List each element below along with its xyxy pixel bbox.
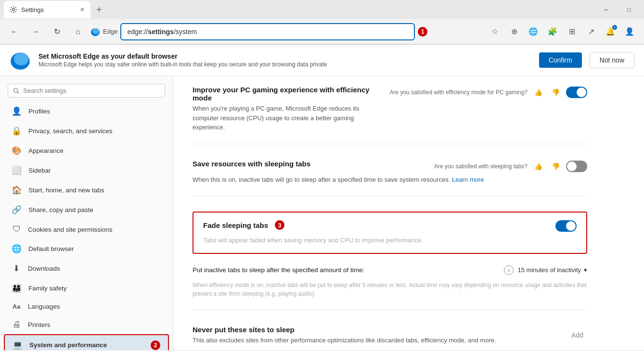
address-bar[interactable]: edge://settings/system <box>120 23 415 40</box>
sleeping-feedback-text: Are you satisfied with sleeping tabs? <box>434 163 528 170</box>
maximize-button[interactable]: □ <box>618 2 640 17</box>
fade-sleeping-desc: Tabs will appear faded when saving memor… <box>203 236 577 245</box>
default-browser-icon: 🌐 <box>12 244 22 254</box>
sidebar-search[interactable] <box>8 84 165 98</box>
info-icon[interactable]: i <box>504 265 514 275</box>
fade-sleeping-toggle[interactable] <box>555 220 577 232</box>
extensions-button[interactable]: 🧩 <box>544 23 561 40</box>
edge-label: Edge <box>103 28 117 35</box>
inactive-tabs-desc: When efficiency mode is on, inactive tab… <box>193 281 587 298</box>
never-sleep-desc: This also excludes sites from other perf… <box>193 336 496 345</box>
gaming-efficiency-left: Improve your PC gaming experience with e… <box>193 86 382 132</box>
browser-chrome: Settings ✕ + ─ □ ← → ↻ ⌂ Edge edge://set… <box>0 0 644 45</box>
forward-button[interactable]: → <box>27 23 44 40</box>
favorites-button[interactable]: ☆ <box>486 23 503 40</box>
sidebar-item-default-browser[interactable]: 🌐 Default browser <box>0 239 173 259</box>
sidebar-icon: ⬜ <box>12 165 22 176</box>
tab-close-button[interactable]: ✕ <box>80 6 85 13</box>
read-aloud-button[interactable]: ⊕ <box>505 23 523 40</box>
search-settings-input[interactable] <box>23 87 160 94</box>
gaming-efficiency-section: Improve your PC gaming experience with e… <box>193 86 587 144</box>
sidebar-item-family-safety[interactable]: 👨‍👩‍👧 Family safety <box>0 278 173 298</box>
tab-title: Settings <box>21 6 44 13</box>
sidebar-item-label: Privacy, search, and services <box>28 127 113 135</box>
inactive-tabs-row: Put inactive tabs to sleep after the spe… <box>193 262 587 279</box>
sidebar-item-label: Family safety <box>28 285 67 292</box>
tab-bar: Settings ✕ + ─ □ <box>0 0 644 19</box>
not-now-button[interactable]: Not now <box>590 52 634 68</box>
sidebar-item-system[interactable]: 💻 System and performance 2 <box>4 334 169 350</box>
content-inner: Improve your PC gaming experience with e… <box>173 76 606 350</box>
sidebar-item-label: Appearance <box>28 147 64 154</box>
profile-button[interactable]: 👤 <box>621 23 638 40</box>
sidebar-item-label: Start, home, and new tabs <box>28 187 104 194</box>
gaming-efficiency-toggle-knob <box>577 88 586 97</box>
sidebar-item-printers[interactable]: 🖨 Printers <box>0 315 173 334</box>
home-button[interactable]: ⌂ <box>69 23 87 40</box>
sidebar-item-privacy[interactable]: 🔒 Privacy, search, and services <box>0 121 173 141</box>
thumbs-down-button[interactable]: 👎 <box>549 86 562 99</box>
svg-point-2 <box>92 28 99 34</box>
thumbs-up-button[interactable]: 👍 <box>531 86 545 99</box>
add-site-button[interactable]: Add <box>567 329 587 341</box>
sleeping-thumbs-down-button[interactable]: 👎 <box>549 160 562 173</box>
sidebar-item-label: Default browser <box>28 245 74 252</box>
address-bar-wrap: Edge edge://settings/system 1 <box>90 23 427 40</box>
edge-logo-large <box>10 50 31 71</box>
sidebar-item-label: Share, copy and paste <box>28 206 93 213</box>
fade-sleeping-right <box>555 220 577 232</box>
sidebar-item-downloads[interactable]: ⬇ Downloads <box>0 259 173 278</box>
new-tab-button[interactable]: + <box>92 2 106 17</box>
inactive-tabs-label: Put inactive tabs to sleep after the spe… <box>193 266 364 274</box>
nav-icons: ☆ ⊕ 🌐 🧩 ⊞ ↗ 🔔1 👤 <box>486 23 638 40</box>
home-icon: 🏠 <box>12 185 22 195</box>
languages-icon: Aa <box>12 303 21 310</box>
active-tab[interactable]: Settings ✕ <box>4 1 90 18</box>
sleeping-thumbs-up-button[interactable]: 👍 <box>531 160 545 173</box>
family-icon: 👨‍👩‍👧 <box>12 283 22 293</box>
translate-button[interactable]: 🌐 <box>525 23 542 40</box>
sidebar-item-share-copy[interactable]: 🔗 Share, copy and paste <box>0 200 173 220</box>
inactive-tabs-controls: i 15 minutes of inactivity ▾ <box>504 265 587 275</box>
sidebar-item-label: Languages <box>28 303 60 310</box>
sleeping-tabs-toggle-knob <box>567 162 577 171</box>
gaming-efficiency-toggle[interactable] <box>566 87 587 98</box>
no-sites-label: No sites added <box>193 349 587 350</box>
address-text: edge://settings/system <box>127 28 197 36</box>
sidebar-item-sidebar[interactable]: ⬜ Sidebar <box>0 161 173 180</box>
sleeping-tabs-toggle[interactable] <box>566 161 587 172</box>
sleeping-tabs-title: Save resources with sleeping tabs <box>193 160 426 168</box>
step-1-badge: 1 <box>418 27 427 37</box>
svg-point-0 <box>13 9 15 11</box>
sidebar-item-label: Profiles <box>28 108 50 115</box>
sleeping-tabs-desc: When this is on, inactive tabs will go t… <box>193 175 587 185</box>
sleeping-tabs-section: Save resources with sleeping tabs Are yo… <box>193 160 587 197</box>
share-button[interactable]: ↗ <box>582 23 600 40</box>
minimize-button[interactable]: ─ <box>595 2 617 17</box>
cookies-icon: 🛡 <box>12 225 21 234</box>
gaming-efficiency-right: Are you satisfied with efficiency mode f… <box>389 86 587 99</box>
svg-point-4 <box>14 53 29 65</box>
profiles-icon: 👤 <box>12 106 22 116</box>
refresh-button[interactable]: ↻ <box>48 23 65 40</box>
step-3-badge: 3 <box>275 220 284 230</box>
sidebar-item-appearance[interactable]: 🎨 Appearance <box>0 141 173 161</box>
sidebar-item-label: Cookies and site permissions <box>28 226 113 233</box>
inactivity-dropdown[interactable]: 15 minutes of inactivity ▾ <box>517 266 587 274</box>
collections-button[interactable]: ⊞ <box>563 23 580 40</box>
sidebar-item-label: Sidebar <box>28 167 51 174</box>
settings-tab-icon <box>10 6 17 13</box>
fade-sleeping-row: Fade sleeping tabs 3 <box>203 220 577 232</box>
back-button[interactable]: ← <box>6 23 23 40</box>
notifications-button[interactable]: 🔔1 <box>602 23 619 40</box>
learn-more-link[interactable]: Learn more <box>452 176 484 183</box>
sidebar-item-profiles[interactable]: 👤 Profiles <box>0 101 173 121</box>
sidebar-item-cookies[interactable]: 🛡 Cookies and site permissions <box>0 220 173 239</box>
sidebar-item-start-home[interactable]: 🏠 Start, home, and new tabs <box>0 180 173 200</box>
fade-sleeping-toggle-knob <box>566 221 576 231</box>
nav-bar: ← → ↻ ⌂ Edge edge://settings/system 1 ☆ … <box>0 19 644 44</box>
sidebar-item-languages[interactable]: Aa Languages <box>0 298 173 315</box>
sidebar: 👤 Profiles 🔒 Privacy, search, and servic… <box>0 76 173 350</box>
confirm-button[interactable]: Confirm <box>539 52 582 68</box>
fade-sleeping-title: Fade sleeping tabs 3 <box>203 220 548 230</box>
